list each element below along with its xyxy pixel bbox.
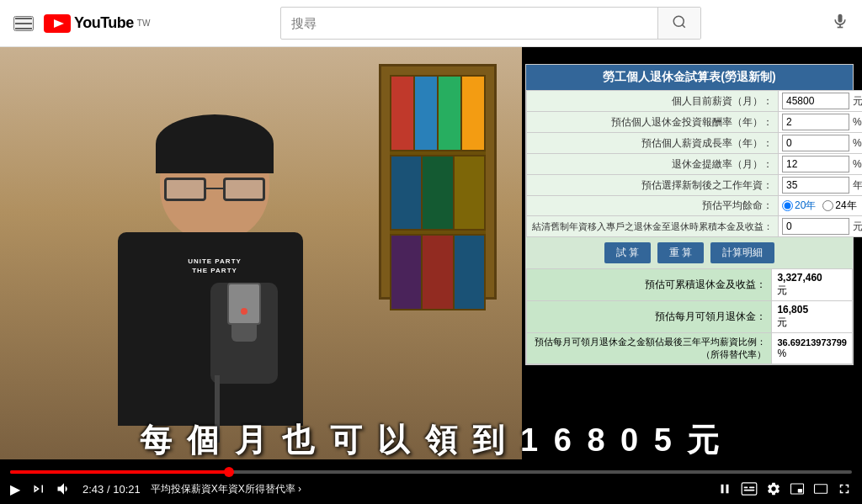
- svg-rect-7: [742, 483, 757, 495]
- years-input[interactable]: [782, 177, 849, 194]
- detail-button[interactable]: 計算明細: [710, 242, 774, 263]
- monthly-result-unit: 元: [777, 316, 847, 330]
- search-bar: [163, 7, 818, 40]
- transfer-label: 結清舊制年資移入專戶之退休金至退休時累積本金及收益：: [527, 216, 779, 237]
- header: YouTube TW: [0, 0, 862, 47]
- lifespan-label: 預估平均餘命：: [527, 196, 779, 216]
- calc-row-growth: 預估個人薪資成長率（年）： %: [527, 133, 863, 154]
- calc-table: 個人目前薪資（月）： 元 預估個人退休金投資報酬率（年）： %: [526, 90, 862, 237]
- total-time: 10:21: [113, 483, 141, 496]
- controls-row: ▶ 2:43 / 10:21 平均投保薪資X年資X所得替代率 ›: [10, 480, 852, 497]
- svg-rect-4: [838, 14, 843, 23]
- total-result-value: 3,327,460: [777, 272, 847, 284]
- total-result-unit: 元: [777, 284, 847, 298]
- miniplayer-button[interactable]: [790, 481, 805, 496]
- calc-button-row: 試 算 重 算 計算明細: [526, 237, 853, 268]
- salary-cell: 元: [779, 91, 863, 112]
- calc-row-years: 預估選擇新制後之工作年資： 年: [527, 175, 863, 196]
- salary-input[interactable]: [782, 93, 849, 109]
- svg-point-2: [673, 16, 684, 26]
- header-left: YouTube TW: [13, 14, 150, 33]
- growth-unit: %: [853, 137, 862, 149]
- return-label: 預估個人退休金投資報酬率（年）：: [527, 112, 779, 133]
- current-time: 2:43: [82, 483, 104, 496]
- return-input[interactable]: [782, 114, 849, 130]
- search-input[interactable]: [281, 9, 657, 37]
- transfer-cell: 元: [779, 216, 863, 237]
- contribution-input[interactable]: [782, 156, 849, 172]
- transfer-unit: 元: [853, 220, 862, 234]
- total-result-label: 預估可累積退休金及收益：: [527, 269, 772, 301]
- radio-20[interactable]: [782, 200, 793, 211]
- calculator-overlay: 勞工個人退休金試算表(勞退新制) 個人目前薪資（月）： 元 預估個人退休金投資報…: [525, 64, 854, 365]
- years-label: 預估選擇新制後之工作年資：: [527, 175, 779, 196]
- svg-rect-8: [744, 487, 748, 489]
- result-row-total: 預估可累積退休金及收益： 3,327,460 元: [527, 269, 853, 301]
- search-container: [280, 7, 701, 40]
- ratio-result-value: 36.69213973799: [777, 337, 847, 347]
- years-unit: 年: [853, 178, 862, 193]
- skip-button[interactable]: [30, 481, 45, 496]
- brand-suffix: TW: [137, 19, 151, 28]
- youtube-logo: YouTube TW: [44, 14, 150, 33]
- contribution-unit: %: [853, 158, 862, 170]
- ratio-result-unit: %: [777, 347, 847, 359]
- glasses: [164, 178, 265, 203]
- video-area: UNITE PARTYTHE PARTY 每 個 月 也 可 以 領 到 1 6…: [0, 47, 862, 504]
- person-silhouette: UNITE PARTYTHE PARTY: [84, 98, 354, 434]
- microphone: [210, 283, 278, 384]
- pause-button[interactable]: [717, 481, 732, 496]
- ratio-result-cell: 36.69213973799 %: [772, 333, 853, 364]
- captions-button[interactable]: [741, 482, 758, 496]
- radio-20-text: 20年: [795, 199, 816, 213]
- total-result-cell: 3,327,460 元: [772, 269, 853, 301]
- monthly-result-cell: 16,805 元: [772, 301, 853, 333]
- salary-unit: 元: [853, 94, 862, 109]
- theater-button[interactable]: [813, 481, 828, 496]
- ratio-result-label: 預估每月可領月退休金之金額佔最後三年平均薪資比例：（所得替代率）: [527, 333, 772, 364]
- radio-24[interactable]: [822, 200, 833, 211]
- result-row-monthly: 預估每月可領月退休金： 16,805 元: [527, 301, 853, 333]
- trial-button[interactable]: 試 算: [604, 242, 651, 263]
- cabinet: [379, 64, 497, 300]
- transfer-input[interactable]: [782, 218, 849, 235]
- svg-rect-12: [798, 489, 802, 493]
- youtube-icon: [44, 14, 71, 33]
- brand-name: YouTube: [74, 14, 134, 32]
- menu-button[interactable]: [13, 16, 34, 31]
- radio-20-label[interactable]: 20年: [782, 199, 816, 213]
- fullscreen-button[interactable]: [837, 481, 852, 496]
- svg-rect-13: [815, 485, 827, 494]
- search-button[interactable]: [657, 8, 700, 39]
- progress-bar[interactable]: [10, 470, 852, 474]
- svg-rect-9: [749, 487, 754, 489]
- svg-rect-10: [744, 490, 755, 491]
- lifespan-cell: 20年 24年: [779, 196, 863, 216]
- monthly-result-label: 預估每月可領月退休金：: [527, 301, 772, 333]
- video-scene: UNITE PARTYTHE PARTY: [0, 47, 522, 459]
- mic-button[interactable]: [832, 13, 849, 34]
- time-display: 2:43 / 10:21: [82, 483, 141, 496]
- calc-row-return: 預估個人退休金投資報酬率（年）： %: [527, 112, 863, 133]
- lifespan-radio-group: 20年 24年: [782, 199, 862, 213]
- monthly-result-value: 16,805: [777, 304, 847, 316]
- right-controls: [717, 481, 852, 496]
- reset-button[interactable]: 重 算: [657, 242, 704, 263]
- results-table: 預估可累積退休金及收益： 3,327,460 元 預估每月可領月退休金： 16,…: [526, 268, 853, 364]
- progress-fill: [10, 470, 229, 474]
- cabinet-shelves: [390, 75, 486, 310]
- header-right: [832, 13, 849, 34]
- video-title-control: 平均投保薪資X年資X所得替代率 ›: [151, 482, 707, 496]
- play-button[interactable]: ▶: [10, 481, 20, 497]
- contribution-cell: %: [779, 154, 863, 175]
- video-subtitle: 每 個 月 也 可 以 領 到 1 6 8 0 5 元: [0, 419, 862, 462]
- settings-button[interactable]: [766, 481, 781, 496]
- growth-input[interactable]: [782, 135, 849, 151]
- result-row-ratio: 預估每月可領月退休金之金額佔最後三年平均薪資比例：（所得替代率） 36.6921…: [527, 333, 853, 364]
- radio-24-label[interactable]: 24年: [822, 199, 856, 213]
- progress-dot: [224, 467, 234, 477]
- growth-label: 預估個人薪資成長率（年）：: [527, 133, 779, 154]
- volume-button[interactable]: [56, 480, 72, 497]
- calc-row-salary: 個人目前薪資（月）： 元: [527, 91, 863, 112]
- calc-row-transfer: 結清舊制年資移入專戶之退休金至退休時累積本金及收益： 元: [527, 216, 863, 237]
